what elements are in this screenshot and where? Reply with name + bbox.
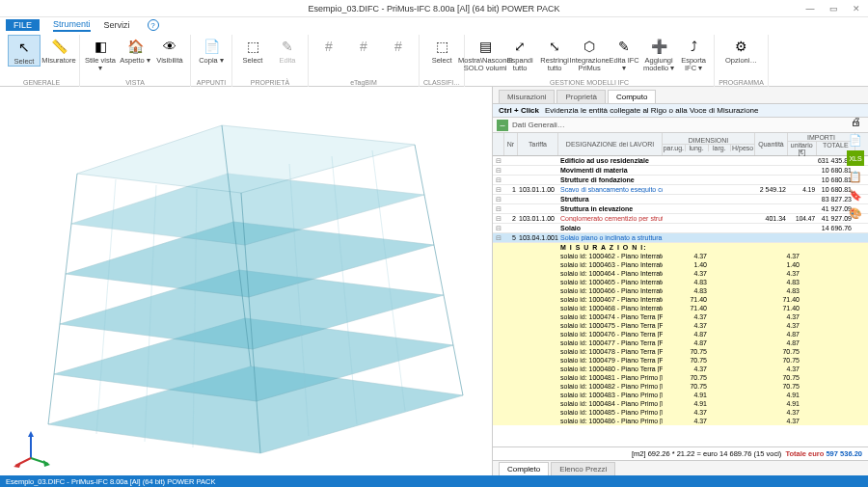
add-icon: ➕ <box>649 37 668 56</box>
close-button[interactable]: ✕ <box>845 0 868 17</box>
measure-row[interactable]: solaio id: 1000463 - Piano Interrato [Pi… <box>493 260 868 269</box>
svg-line-15 <box>372 150 405 411</box>
building-model <box>10 96 482 463</box>
stile-button[interactable]: ◧Stile vista ▾ <box>84 35 117 71</box>
grid-row[interactable]: ⊟Struttura in elevazione41 927.09 <box>493 204 868 214</box>
measure-row[interactable]: solaio id: 1000485 - Piano Primo [Piano … <box>493 408 868 417</box>
tag-icon[interactable]: 🔖 <box>847 187 864 203</box>
visibilita-button[interactable]: 👁Visibilità <box>153 35 186 71</box>
grid-row[interactable]: ⊟Solaio14 696.76 <box>493 224 868 233</box>
measure-row[interactable]: solaio id: 1000476 - Piano Terra [Piano … <box>493 330 868 338</box>
svg-line-8 <box>415 145 463 395</box>
etag2-button: # <box>347 35 380 65</box>
grid-row[interactable]: ⊟5103.04.1.001Solaio piano o inclinato a… <box>493 233 868 243</box>
expand-toggle[interactable]: – <box>497 120 508 131</box>
grid-row[interactable]: ⊟Struttura83 827.23 <box>493 195 868 204</box>
minimize-button[interactable]: — <box>799 0 822 17</box>
plug-icon: ⬡ <box>580 37 599 56</box>
export-icon: ⤴ <box>684 37 703 56</box>
tag-icon: # <box>389 37 408 56</box>
measure-row[interactable]: solaio id: 1000479 - Piano Terra [Piano … <box>493 356 868 365</box>
grid-row[interactable]: ⊟Movimenti di materia10 680.81 <box>493 166 868 176</box>
select-button[interactable]: ↖Select <box>8 35 41 67</box>
svg-marker-17 <box>28 431 34 437</box>
etag1-button: # <box>312 35 345 65</box>
svg-marker-21 <box>14 462 21 468</box>
aggiungi-button[interactable]: ➕Aggiungi modello ▾ <box>642 35 675 71</box>
print-icon[interactable]: 🖨 <box>847 114 864 129</box>
dati-generali[interactable]: Dati Generali… <box>512 121 565 129</box>
3d-viewport[interactable] <box>0 87 492 475</box>
measure-row[interactable]: solaio id: 1000477 - Piano Terra [Piano … <box>493 338 868 347</box>
measure-row[interactable]: solaio id: 1000468 - Piano Interrato [Pi… <box>493 304 868 312</box>
window-title: Esempio_03.DIFC - PriMus-IFC 8.00a [Al] … <box>309 4 560 14</box>
cursor-icon: ↖ <box>14 38 34 57</box>
menu-strumenti[interactable]: Strumenti <box>53 19 91 32</box>
select-prop-button[interactable]: ⬚Select <box>236 35 269 65</box>
esporta-button[interactable]: ⤴Esporta IFC ▾ <box>677 35 710 71</box>
grid-row[interactable]: ⊟2103.01.1.00Conglomerato cementizio per… <box>493 214 868 224</box>
measure-row[interactable]: solaio id: 1000464 - Piano Interrato [Pi… <box>493 269 868 278</box>
integrazione-button[interactable]: ⬡Integrazione PriMus <box>573 35 606 71</box>
grid-header: Nr Tariffa DESIGNAZIONE dei LAVORI DIMEN… <box>493 133 868 156</box>
xls-icon[interactable]: XLS <box>847 150 864 166</box>
copy-icon: 📄 <box>202 37 221 56</box>
status-bar: Esempio_03.DIFC - PriMus-IFC 8.00a [Al] … <box>0 475 868 487</box>
sheet-icon[interactable]: 📋 <box>847 169 864 184</box>
layers-icon: ▤ <box>475 37 495 56</box>
doc-icon[interactable]: 📄 <box>847 132 864 148</box>
restringi-button[interactable]: ⤡Restringi tutto <box>538 35 571 71</box>
copia-button[interactable]: 📄Copia ▾ <box>195 35 228 65</box>
menu-file[interactable]: FILE <box>6 19 40 31</box>
tag-icon: # <box>354 37 373 56</box>
measure-row[interactable]: solaio id: 1000480 - Piano Terra [Piano … <box>493 365 868 373</box>
etag3-button: # <box>382 35 415 65</box>
axis-gizmo[interactable] <box>12 429 50 468</box>
menu-bar: FILE Strumenti Servizi ? <box>0 17 868 33</box>
measure-row[interactable]: solaio id: 1000462 - Piano Interrato [Pi… <box>493 252 868 260</box>
misuratore-button[interactable]: 📏Misuratore <box>42 35 75 67</box>
measure-row[interactable]: solaio id: 1000483 - Piano Primo [Piano … <box>493 391 868 399</box>
menu-servizi[interactable]: Servizi <box>104 20 130 30</box>
palette-icon[interactable]: 🎨 <box>847 205 864 221</box>
tab-completo[interactable]: Completo <box>499 462 549 475</box>
grid-row[interactable]: ⊟Strutture di fondazione10 680.81 <box>493 176 868 185</box>
measure-row[interactable]: solaio id: 1000478 - Piano Terra [Piano … <box>493 347 868 356</box>
aspetto-button[interactable]: 🏠Aspetto ▾ <box>119 35 151 71</box>
measure-row[interactable]: solaio id: 1000465 - Piano Interrato [Pi… <box>493 278 868 286</box>
svg-marker-5 <box>77 125 415 193</box>
edit-icon: ✎ <box>278 37 297 56</box>
expand-icon: ⤢ <box>510 37 529 56</box>
measure-row[interactable]: solaio id: 1000484 - Piano Primo [Piano … <box>493 399 868 408</box>
measure-row[interactable]: solaio id: 1000475 - Piano Terra [Piano … <box>493 321 868 330</box>
ribbon: ↖Select 📏Misuratore GENERALE ◧Stile vist… <box>0 33 868 87</box>
grid-body[interactable]: ⊟Edificio ad uso residenziale631 435.80⊟… <box>493 156 868 446</box>
gear-icon: ⚙ <box>731 37 750 56</box>
tag-icon: # <box>319 37 339 56</box>
mostra-button[interactable]: ▤Mostra\Nascondi SOLO volumi <box>469 35 502 71</box>
collapse-icon: ⤡ <box>545 37 564 56</box>
help-icon[interactable]: ? <box>148 19 159 31</box>
grid-row[interactable]: ⊟Edificio ad uso residenziale631 435.80 <box>493 156 868 166</box>
svg-marker-19 <box>43 460 50 467</box>
editaifc-button[interactable]: ✎Edita IFC ▾ <box>608 35 640 71</box>
espandi-button[interactable]: ⤢Espandi tutto <box>503 35 536 71</box>
measure-row[interactable]: solaio id: 1000466 - Piano Interrato [Pi… <box>493 286 868 295</box>
classifi-select-button[interactable]: ⬚Select <box>425 35 458 65</box>
tab-proprieta[interactable]: Proprietà <box>556 90 605 103</box>
tab-misurazioni[interactable]: Misurazioni <box>499 90 555 103</box>
title-bar: Esempio_03.DIFC - PriMus-IFC 8.00a [Al] … <box>0 0 868 17</box>
measure-row[interactable]: solaio id: 1000482 - Piano Primo [Piano … <box>493 382 868 391</box>
measure-row[interactable]: solaio id: 1000486 - Piano Primo [Piano … <box>493 417 868 425</box>
side-toolbar: 🖨 📄 XLS 📋 🔖 🎨 <box>847 114 866 221</box>
select-icon: ⬚ <box>243 37 262 56</box>
maximize-button[interactable]: ▭ <box>822 0 845 17</box>
tab-elenco[interactable]: Elenco Prezzi <box>551 462 615 475</box>
tab-computo[interactable]: Computo <box>608 90 656 103</box>
measure-row[interactable]: solaio id: 1000467 - Piano Interrato [Pi… <box>493 295 868 304</box>
measure-row[interactable]: solaio id: 1000474 - Piano Terra [Piano … <box>493 312 868 321</box>
ruler-icon: 📏 <box>49 37 68 56</box>
opzioni-button[interactable]: ⚙Opzioni… <box>724 35 757 65</box>
grid-row[interactable]: ⊟1103.01.1.00Scavo di sbancamento esegui… <box>493 185 868 195</box>
measure-row[interactable]: solaio id: 1000481 - Piano Primo [Piano … <box>493 373 868 382</box>
